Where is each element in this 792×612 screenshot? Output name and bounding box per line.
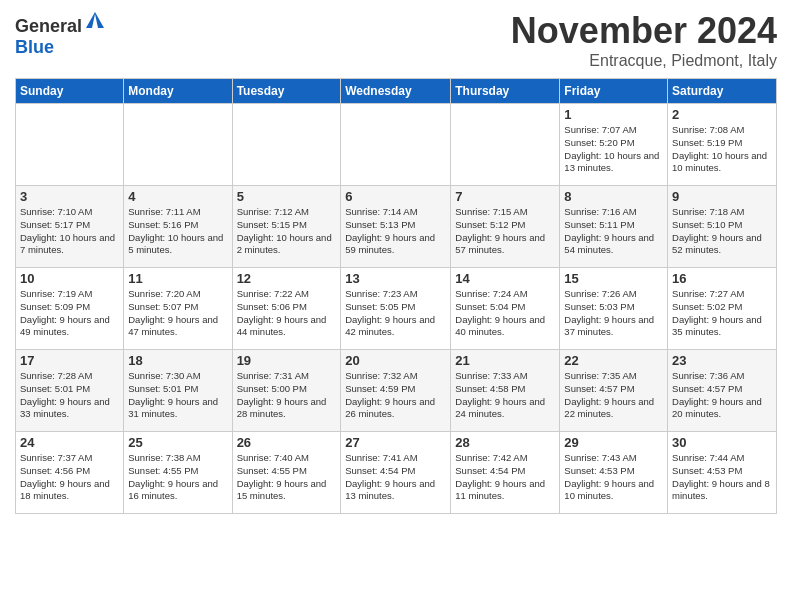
calendar-cell: 20Sunrise: 7:32 AM Sunset: 4:59 PM Dayli… bbox=[341, 350, 451, 432]
weekday-header-friday: Friday bbox=[560, 79, 668, 104]
day-info: Sunrise: 7:22 AM Sunset: 5:06 PM Dayligh… bbox=[237, 288, 337, 339]
day-number: 7 bbox=[455, 189, 555, 204]
day-info: Sunrise: 7:32 AM Sunset: 4:59 PM Dayligh… bbox=[345, 370, 446, 421]
day-info: Sunrise: 7:33 AM Sunset: 4:58 PM Dayligh… bbox=[455, 370, 555, 421]
calendar-week-3: 10Sunrise: 7:19 AM Sunset: 5:09 PM Dayli… bbox=[16, 268, 777, 350]
day-info: Sunrise: 7:08 AM Sunset: 5:19 PM Dayligh… bbox=[672, 124, 772, 175]
calendar-cell bbox=[232, 104, 341, 186]
day-number: 25 bbox=[128, 435, 227, 450]
logo: General Blue bbox=[15, 10, 106, 58]
calendar-table: SundayMondayTuesdayWednesdayThursdayFrid… bbox=[15, 78, 777, 514]
day-number: 10 bbox=[20, 271, 119, 286]
day-number: 24 bbox=[20, 435, 119, 450]
day-info: Sunrise: 7:12 AM Sunset: 5:15 PM Dayligh… bbox=[237, 206, 337, 257]
calendar-cell: 16Sunrise: 7:27 AM Sunset: 5:02 PM Dayli… bbox=[668, 268, 777, 350]
day-info: Sunrise: 7:11 AM Sunset: 5:16 PM Dayligh… bbox=[128, 206, 227, 257]
calendar-cell: 2Sunrise: 7:08 AM Sunset: 5:19 PM Daylig… bbox=[668, 104, 777, 186]
day-info: Sunrise: 7:40 AM Sunset: 4:55 PM Dayligh… bbox=[237, 452, 337, 503]
day-number: 28 bbox=[455, 435, 555, 450]
day-number: 22 bbox=[564, 353, 663, 368]
day-info: Sunrise: 7:28 AM Sunset: 5:01 PM Dayligh… bbox=[20, 370, 119, 421]
calendar-cell bbox=[124, 104, 232, 186]
weekday-header-monday: Monday bbox=[124, 79, 232, 104]
weekday-header-tuesday: Tuesday bbox=[232, 79, 341, 104]
calendar-cell: 17Sunrise: 7:28 AM Sunset: 5:01 PM Dayli… bbox=[16, 350, 124, 432]
day-number: 2 bbox=[672, 107, 772, 122]
day-info: Sunrise: 7:15 AM Sunset: 5:12 PM Dayligh… bbox=[455, 206, 555, 257]
day-number: 14 bbox=[455, 271, 555, 286]
day-number: 21 bbox=[455, 353, 555, 368]
weekday-header-sunday: Sunday bbox=[16, 79, 124, 104]
day-number: 4 bbox=[128, 189, 227, 204]
day-info: Sunrise: 7:14 AM Sunset: 5:13 PM Dayligh… bbox=[345, 206, 446, 257]
calendar-cell: 30Sunrise: 7:44 AM Sunset: 4:53 PM Dayli… bbox=[668, 432, 777, 514]
calendar-cell: 7Sunrise: 7:15 AM Sunset: 5:12 PM Daylig… bbox=[451, 186, 560, 268]
calendar-cell: 19Sunrise: 7:31 AM Sunset: 5:00 PM Dayli… bbox=[232, 350, 341, 432]
title-area: November 2024 Entracque, Piedmont, Italy bbox=[511, 10, 777, 70]
calendar-cell: 24Sunrise: 7:37 AM Sunset: 4:56 PM Dayli… bbox=[16, 432, 124, 514]
day-info: Sunrise: 7:42 AM Sunset: 4:54 PM Dayligh… bbox=[455, 452, 555, 503]
day-number: 3 bbox=[20, 189, 119, 204]
day-number: 26 bbox=[237, 435, 337, 450]
day-number: 29 bbox=[564, 435, 663, 450]
day-info: Sunrise: 7:41 AM Sunset: 4:54 PM Dayligh… bbox=[345, 452, 446, 503]
day-number: 30 bbox=[672, 435, 772, 450]
calendar-cell: 21Sunrise: 7:33 AM Sunset: 4:58 PM Dayli… bbox=[451, 350, 560, 432]
day-info: Sunrise: 7:35 AM Sunset: 4:57 PM Dayligh… bbox=[564, 370, 663, 421]
day-info: Sunrise: 7:23 AM Sunset: 5:05 PM Dayligh… bbox=[345, 288, 446, 339]
day-info: Sunrise: 7:37 AM Sunset: 4:56 PM Dayligh… bbox=[20, 452, 119, 503]
day-info: Sunrise: 7:36 AM Sunset: 4:57 PM Dayligh… bbox=[672, 370, 772, 421]
calendar-cell: 4Sunrise: 7:11 AM Sunset: 5:16 PM Daylig… bbox=[124, 186, 232, 268]
day-number: 5 bbox=[237, 189, 337, 204]
calendar-cell: 6Sunrise: 7:14 AM Sunset: 5:13 PM Daylig… bbox=[341, 186, 451, 268]
day-number: 9 bbox=[672, 189, 772, 204]
calendar-week-1: 1Sunrise: 7:07 AM Sunset: 5:20 PM Daylig… bbox=[16, 104, 777, 186]
calendar-cell: 13Sunrise: 7:23 AM Sunset: 5:05 PM Dayli… bbox=[341, 268, 451, 350]
day-number: 20 bbox=[345, 353, 446, 368]
location: Entracque, Piedmont, Italy bbox=[511, 52, 777, 70]
day-info: Sunrise: 7:19 AM Sunset: 5:09 PM Dayligh… bbox=[20, 288, 119, 339]
calendar-cell: 26Sunrise: 7:40 AM Sunset: 4:55 PM Dayli… bbox=[232, 432, 341, 514]
calendar-cell bbox=[451, 104, 560, 186]
day-number: 19 bbox=[237, 353, 337, 368]
weekday-header-wednesday: Wednesday bbox=[341, 79, 451, 104]
header: General Blue November 2024 Entracque, Pi… bbox=[15, 10, 777, 70]
calendar-cell: 27Sunrise: 7:41 AM Sunset: 4:54 PM Dayli… bbox=[341, 432, 451, 514]
calendar-cell: 12Sunrise: 7:22 AM Sunset: 5:06 PM Dayli… bbox=[232, 268, 341, 350]
calendar-cell: 18Sunrise: 7:30 AM Sunset: 5:01 PM Dayli… bbox=[124, 350, 232, 432]
day-number: 15 bbox=[564, 271, 663, 286]
day-info: Sunrise: 7:16 AM Sunset: 5:11 PM Dayligh… bbox=[564, 206, 663, 257]
day-number: 13 bbox=[345, 271, 446, 286]
logo-text: General bbox=[15, 10, 106, 37]
calendar-cell: 9Sunrise: 7:18 AM Sunset: 5:10 PM Daylig… bbox=[668, 186, 777, 268]
calendar-cell bbox=[341, 104, 451, 186]
day-info: Sunrise: 7:10 AM Sunset: 5:17 PM Dayligh… bbox=[20, 206, 119, 257]
calendar-cell: 25Sunrise: 7:38 AM Sunset: 4:55 PM Dayli… bbox=[124, 432, 232, 514]
calendar-cell: 15Sunrise: 7:26 AM Sunset: 5:03 PM Dayli… bbox=[560, 268, 668, 350]
day-number: 12 bbox=[237, 271, 337, 286]
calendar-cell: 8Sunrise: 7:16 AM Sunset: 5:11 PM Daylig… bbox=[560, 186, 668, 268]
day-info: Sunrise: 7:27 AM Sunset: 5:02 PM Dayligh… bbox=[672, 288, 772, 339]
day-info: Sunrise: 7:24 AM Sunset: 5:04 PM Dayligh… bbox=[455, 288, 555, 339]
day-info: Sunrise: 7:44 AM Sunset: 4:53 PM Dayligh… bbox=[672, 452, 772, 503]
day-number: 17 bbox=[20, 353, 119, 368]
calendar-cell: 1Sunrise: 7:07 AM Sunset: 5:20 PM Daylig… bbox=[560, 104, 668, 186]
day-info: Sunrise: 7:43 AM Sunset: 4:53 PM Dayligh… bbox=[564, 452, 663, 503]
weekday-header-row: SundayMondayTuesdayWednesdayThursdayFrid… bbox=[16, 79, 777, 104]
day-info: Sunrise: 7:18 AM Sunset: 5:10 PM Dayligh… bbox=[672, 206, 772, 257]
day-number: 6 bbox=[345, 189, 446, 204]
day-info: Sunrise: 7:38 AM Sunset: 4:55 PM Dayligh… bbox=[128, 452, 227, 503]
calendar-week-5: 24Sunrise: 7:37 AM Sunset: 4:56 PM Dayli… bbox=[16, 432, 777, 514]
day-number: 18 bbox=[128, 353, 227, 368]
day-number: 27 bbox=[345, 435, 446, 450]
weekday-header-saturday: Saturday bbox=[668, 79, 777, 104]
calendar-cell: 10Sunrise: 7:19 AM Sunset: 5:09 PM Dayli… bbox=[16, 268, 124, 350]
calendar-cell: 23Sunrise: 7:36 AM Sunset: 4:57 PM Dayli… bbox=[668, 350, 777, 432]
calendar-cell: 3Sunrise: 7:10 AM Sunset: 5:17 PM Daylig… bbox=[16, 186, 124, 268]
day-info: Sunrise: 7:20 AM Sunset: 5:07 PM Dayligh… bbox=[128, 288, 227, 339]
day-info: Sunrise: 7:26 AM Sunset: 5:03 PM Dayligh… bbox=[564, 288, 663, 339]
calendar-week-4: 17Sunrise: 7:28 AM Sunset: 5:01 PM Dayli… bbox=[16, 350, 777, 432]
day-number: 23 bbox=[672, 353, 772, 368]
day-number: 11 bbox=[128, 271, 227, 286]
calendar-cell: 28Sunrise: 7:42 AM Sunset: 4:54 PM Dayli… bbox=[451, 432, 560, 514]
